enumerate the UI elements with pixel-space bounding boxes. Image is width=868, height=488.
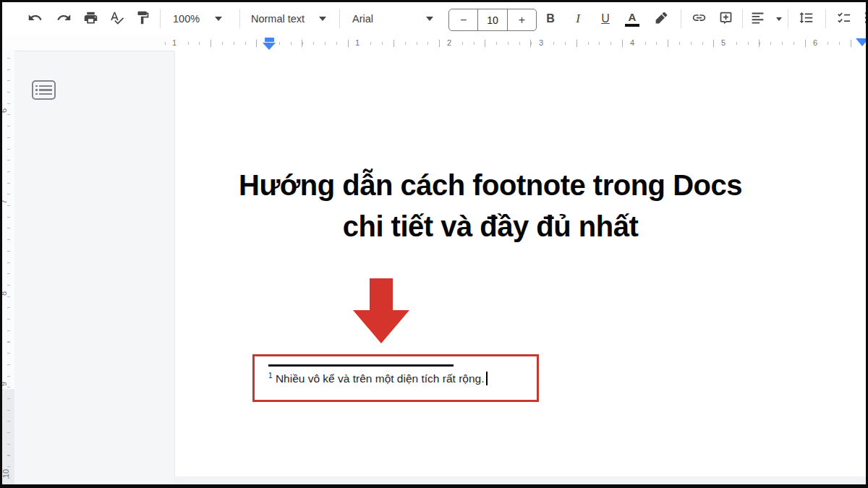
italic-icon: I	[576, 12, 580, 26]
hanging-indent-marker[interactable]	[263, 43, 276, 50]
checklist-icon	[836, 10, 851, 27]
ruler-label: 2	[445, 38, 454, 48]
right-indent-marker[interactable]	[856, 38, 866, 46]
comment-icon	[718, 10, 733, 27]
chevron-down-icon	[319, 17, 326, 21]
bold-icon: B	[546, 12, 555, 25]
undo-icon	[27, 10, 43, 27]
document-outline-button[interactable]	[32, 80, 53, 100]
font-value: Arial	[352, 13, 373, 25]
insert-link-button[interactable]	[686, 7, 712, 31]
footnote-text[interactable]: 1 Nhiều vô kể và trên một diện tích rất …	[268, 372, 488, 385]
paragraph-style-value: Normal text	[251, 13, 305, 25]
paint-roller-icon	[135, 10, 150, 27]
ruler-label: 4	[628, 38, 637, 48]
ruler-label: 6	[2, 108, 9, 113]
title-line-1: Hướng dẫn cách footnote trong Docs	[176, 165, 804, 206]
footnote-marker: 1	[268, 372, 273, 380]
font-size-control: − 10 +	[448, 9, 537, 31]
ruler-label: 9	[2, 382, 9, 386]
redo-icon	[56, 10, 72, 27]
toolbar-separator	[742, 9, 743, 28]
left-indent-marker[interactable]	[263, 37, 276, 50]
chevron-down-icon	[215, 17, 222, 21]
align-button[interactable]	[747, 7, 785, 31]
toolbar-separator	[788, 9, 788, 28]
highlighter-icon	[654, 10, 669, 27]
paint-format-button[interactable]	[129, 7, 156, 31]
highlight-color-button[interactable]	[648, 7, 674, 31]
print-button[interactable]	[77, 7, 103, 31]
checklist-button[interactable]	[830, 7, 856, 31]
font-select[interactable]: Arial	[346, 7, 439, 31]
ruler-label: 3	[537, 38, 545, 48]
ruler-label: 1	[353, 38, 362, 48]
ruler-label: 10	[2, 469, 11, 478]
undo-button[interactable]	[22, 7, 48, 31]
increase-font-size-button[interactable]: +	[508, 9, 536, 30]
footnote-highlight-box: 1 Nhiều vô kể và trên một diện tích rất …	[252, 354, 539, 402]
underline-icon: U	[601, 12, 610, 25]
spellcheck-icon	[109, 10, 124, 27]
font-size-value[interactable]: 10	[477, 9, 507, 30]
text-cursor	[486, 372, 488, 385]
outline-icon	[32, 80, 56, 100]
toolbar-separator	[239, 9, 240, 28]
toolbar-separator	[160, 9, 161, 28]
vertical-ruler: 678910	[2, 51, 14, 484]
ruler-label: 5	[719, 38, 728, 48]
text-color-icon: A	[625, 12, 639, 27]
paragraph-style-select[interactable]: Normal text	[245, 7, 332, 31]
arrow-head	[353, 310, 409, 343]
text-color-button[interactable]: A	[619, 7, 645, 31]
chevron-down-icon	[776, 17, 782, 21]
zoom-value: 100%	[173, 13, 200, 25]
align-left-icon	[750, 10, 765, 27]
toolbar: 100% Normal text Arial − 10 + B I U	[2, 2, 866, 36]
ruler-label: 8	[2, 291, 9, 296]
zoom-select[interactable]: 100%	[167, 7, 228, 31]
footnote-separator-line	[268, 364, 454, 367]
ruler-label: 7	[2, 200, 9, 204]
bulleted-list-button[interactable]	[858, 7, 866, 31]
title-line-2: chi tiết và đầy đủ nhất	[176, 206, 804, 247]
chevron-down-icon	[426, 17, 433, 21]
footnote-content: Nhiều vô kể và trên một diện tích rất rộ…	[276, 372, 485, 385]
bulleted-list-icon	[864, 10, 867, 27]
italic-button[interactable]: I	[565, 7, 591, 31]
link-icon	[692, 10, 707, 27]
red-down-arrow	[353, 278, 409, 343]
decrease-font-size-button[interactable]: −	[449, 9, 477, 30]
first-line-indent-marker[interactable]	[265, 38, 274, 42]
toolbar-separator	[339, 9, 340, 28]
spellcheck-button[interactable]	[103, 7, 129, 31]
arrow-shaft	[370, 278, 393, 312]
document-title: Hướng dẫn cách footnote trong Docs chi t…	[176, 165, 804, 247]
underline-button[interactable]: U	[592, 7, 618, 31]
line-spacing-icon	[799, 10, 814, 27]
document-page[interactable]: Hướng dẫn cách footnote trong Docs chi t…	[174, 51, 866, 476]
toolbar-separator	[825, 9, 826, 28]
app-window: 100% Normal text Arial − 10 + B I U	[2, 2, 866, 484]
print-icon	[83, 10, 98, 27]
horizontal-ruler: 1123456	[2, 35, 866, 51]
vertical-ruler-ticks	[7, 58, 10, 480]
add-comment-button[interactable]	[712, 7, 739, 31]
redo-button[interactable]	[51, 7, 77, 31]
toolbar-separator	[681, 9, 681, 28]
ruler-label: 6	[811, 38, 820, 48]
bold-button[interactable]: B	[537, 7, 563, 31]
ruler-label: 1	[170, 38, 179, 48]
line-spacing-button[interactable]	[793, 7, 819, 31]
page-bottom-gap	[174, 476, 866, 484]
